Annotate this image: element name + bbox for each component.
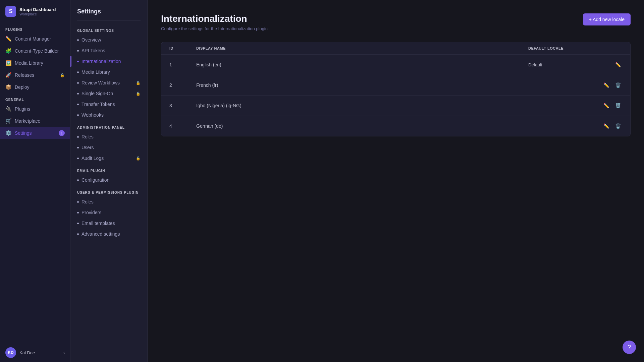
general-section-label: GENERAL: [0, 93, 70, 103]
dot-icon: [77, 71, 79, 73]
col-id: ID: [169, 46, 196, 50]
global-settings-label: GLOBAL SETTINGS: [70, 23, 147, 35]
settings-nav-email-templates[interactable]: Email templates: [70, 218, 147, 229]
dot-icon: [77, 223, 79, 224]
content-manager-icon: ✏️: [5, 36, 11, 42]
sidebar-item-label: Media Library: [15, 60, 43, 66]
settings-badge: 1: [59, 130, 65, 136]
settings-nav-item-label: Overview: [82, 37, 101, 43]
delete-button[interactable]: 🗑️: [614, 102, 622, 110]
settings-nav-item-label: Webhooks: [82, 112, 104, 118]
edit-button[interactable]: ✏️: [602, 102, 610, 110]
page-subtitle: Configure the settings for the Internati…: [161, 26, 268, 31]
settings-nav-roles[interactable]: Roles: [70, 131, 147, 142]
dot-icon: [77, 212, 79, 214]
settings-nav-overview[interactable]: Overview: [70, 35, 147, 45]
collapse-button[interactable]: ‹: [63, 350, 65, 355]
user-name: Kai Doe: [19, 350, 35, 355]
lock-icon: 🔒: [136, 92, 141, 96]
add-new-locale-button[interactable]: + Add new locale: [583, 13, 631, 25]
settings-nav-item-label: Audit Logs: [82, 156, 104, 161]
sidebar-item-plugins[interactable]: 🔌 Plugins: [0, 103, 70, 115]
sidebar-item-releases[interactable]: 🚀 Releases 🔒: [0, 69, 70, 81]
settings-nav-advanced-settings[interactable]: Advanced settings: [70, 229, 147, 239]
dot-icon: [77, 93, 79, 95]
settings-nav-item-label: Single Sign-On: [82, 91, 113, 96]
settings-nav-item-label: API Tokens: [82, 48, 105, 53]
row-display-name: Igbo (Nigeria) (ig-NG): [196, 103, 528, 108]
help-button[interactable]: ?: [623, 341, 636, 354]
sidebar-item-label: Deploy: [15, 84, 30, 90]
delete-button[interactable]: 🗑️: [614, 81, 622, 89]
settings-nav-item-label: Review Workflows: [82, 80, 120, 85]
sidebar-item-label: Content-Type Builder: [15, 48, 59, 54]
deploy-icon: 📦: [5, 84, 11, 90]
row-default-locale: Default: [528, 62, 595, 67]
delete-button[interactable]: 🗑️: [614, 122, 622, 130]
dot-icon: [77, 114, 79, 116]
edit-button[interactable]: ✏️: [614, 61, 622, 69]
settings-nav-providers[interactable]: Providers: [70, 207, 147, 218]
row-display-name: German (de): [196, 123, 528, 129]
page-title: Internationalization: [161, 13, 268, 24]
settings-nav-item-label: Internationalization: [82, 59, 121, 64]
dot-icon: [77, 61, 79, 62]
content-type-builder-icon: 🧩: [5, 48, 11, 54]
edit-button[interactable]: ✏️: [602, 81, 610, 89]
settings-navigation: Settings GLOBAL SETTINGS Overview API To…: [70, 0, 148, 362]
left-navigation: S Strapi Dashboard Workplace PLUGINS ✏️ …: [0, 0, 70, 362]
sidebar-item-settings[interactable]: ⚙️ Settings 1: [0, 127, 70, 139]
settings-nav-divider: [77, 20, 141, 21]
admin-panel-label: ADMINISTRATION PANEL: [70, 120, 147, 131]
sidebar-item-marketplace[interactable]: 🛒 Marketplace: [0, 115, 70, 127]
brand-header: S Strapi Dashboard Workplace: [0, 0, 70, 23]
row-display-name: French (fr): [196, 82, 528, 88]
dot-icon: [77, 39, 79, 41]
plugins-icon: 🔌: [5, 106, 11, 112]
settings-nav-api-tokens[interactable]: API Tokens: [70, 45, 147, 56]
settings-nav-review-workflows[interactable]: Review Workflows 🔒: [70, 77, 147, 88]
brand-title: Strapi Dashboard: [19, 7, 56, 12]
plugins-section-label: PLUGINS: [0, 23, 70, 33]
dot-icon: [77, 147, 79, 148]
settings-nav-up-roles[interactable]: Roles: [70, 196, 147, 207]
sidebar-item-media-library[interactable]: 🖼️ Media Library: [0, 57, 70, 69]
row-actions: ✏️ 🗑️: [595, 122, 622, 130]
dot-icon: [77, 82, 79, 84]
page-header: Internationalization Configure the setti…: [161, 13, 631, 31]
lock-icon: 🔒: [60, 73, 65, 77]
settings-nav-single-sign-on[interactable]: Single Sign-On 🔒: [70, 88, 147, 99]
sidebar-item-label: Marketplace: [15, 118, 40, 124]
table-row: 4 German (de) ✏️ 🗑️: [161, 116, 630, 136]
dot-icon: [77, 179, 79, 181]
settings-nav-audit-logs[interactable]: Audit Logs 🔒: [70, 153, 147, 164]
releases-icon: 🚀: [5, 72, 11, 78]
settings-nav-email-config[interactable]: Configuration: [70, 175, 147, 185]
dot-icon: [77, 201, 79, 203]
lock-icon: 🔒: [136, 81, 141, 85]
settings-nav-item-label: Users: [82, 145, 94, 150]
settings-nav-webhooks[interactable]: Webhooks: [70, 110, 147, 120]
settings-nav-media-library[interactable]: Media Library: [70, 67, 147, 77]
row-display-name: English (en): [196, 62, 528, 67]
settings-nav-item-label: Media Library: [82, 69, 110, 75]
avatar: KD: [5, 347, 16, 358]
settings-nav-transfer-tokens[interactable]: Transfer Tokens: [70, 99, 147, 110]
settings-icon: ⚙️: [5, 130, 11, 136]
brand-subtitle: Workplace: [19, 12, 56, 16]
sidebar-item-content-manager[interactable]: ✏️ Content Manager: [0, 33, 70, 45]
settings-nav-users[interactable]: Users: [70, 142, 147, 153]
table-row: 1 English (en) Default ✏️: [161, 55, 630, 75]
settings-nav-item-label: Configuration: [82, 177, 109, 183]
sidebar-item-deploy[interactable]: 📦 Deploy: [0, 81, 70, 93]
settings-nav-internationalization[interactable]: Internationalization: [70, 56, 147, 67]
row-id: 4: [169, 123, 196, 129]
table-header: ID DISPLAY NAME DEFAULT LOCALE: [161, 42, 630, 55]
edit-button[interactable]: ✏️: [602, 122, 610, 130]
settings-nav-title: Settings: [70, 0, 147, 18]
row-id: 3: [169, 103, 196, 108]
settings-nav-item-label: Email templates: [82, 221, 115, 226]
main-content: Internationalization Configure the setti…: [148, 0, 644, 362]
col-default-locale: DEFAULT LOCALE: [528, 46, 595, 50]
sidebar-item-content-type-builder[interactable]: 🧩 Content-Type Builder: [0, 45, 70, 57]
